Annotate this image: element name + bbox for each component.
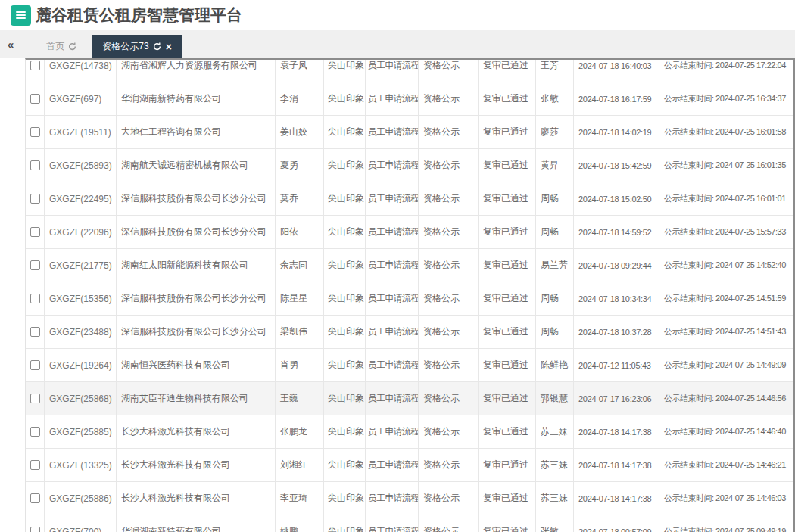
cell-applicant: 余志同: [276, 249, 324, 282]
row-checkbox-cell: [26, 249, 45, 282]
cell-process-type: 员工申请流程: [366, 58, 419, 82]
tab-bar: « 首页 资格公示73 ×: [0, 30, 795, 58]
cell-applicant: 夏勇: [276, 149, 324, 182]
row-checkbox[interactable]: [30, 493, 40, 503]
tab-qualification-label: 资格公示73: [102, 40, 148, 53]
cell-status: 资格公示: [419, 82, 479, 115]
cell-end-time: 公示结束时间: 2024-07-25 16:34:37: [659, 82, 795, 115]
row-checkbox[interactable]: [30, 260, 40, 270]
table-rows: GXGZF(14738) 湖南省湘辉人力资源服务有限公司 袁子凤 尖山印象 员工…: [26, 58, 795, 532]
hamburger-menu-button[interactable]: [11, 5, 31, 26]
cell-record-id: GXGZF(15356): [45, 282, 117, 315]
row-checkbox-cell: [26, 515, 45, 532]
cell-applicant: 刘湘红: [276, 449, 324, 481]
cell-record-id: GXGZF(19264): [45, 349, 117, 381]
cell-process-type: 员工申请流程: [366, 282, 419, 315]
close-tab-icon[interactable]: ×: [166, 42, 172, 52]
tab-qualification-publicity[interactable]: 资格公示73 ×: [92, 35, 182, 58]
row-checkbox[interactable]: [30, 94, 40, 104]
row-checkbox[interactable]: [30, 360, 40, 370]
cell-apply-time: 2024-07-12 11:05:43: [574, 349, 659, 381]
row-checkbox[interactable]: [30, 61, 40, 70]
cell-project: 尖山印象: [324, 382, 366, 415]
cell-process-type: 员工申请流程: [366, 249, 419, 282]
cell-reviewer: 易兰芳: [536, 249, 574, 282]
row-checkbox-cell: [26, 415, 45, 448]
table-row[interactable]: GXGZF(22495) 深信服科技股份有限公司长沙分公司 莫乔 尖山印象 员工…: [26, 182, 795, 216]
row-checkbox[interactable]: [30, 294, 40, 303]
table-row[interactable]: GXGZF(25886) 长沙大科激光科技有限公司 李亚琦 尖山印象 员工申请流…: [26, 482, 795, 515]
cell-company-name: 湖南航天诚远精密机械有限公司: [117, 149, 276, 182]
tab-home[interactable]: 首页: [36, 35, 86, 58]
table-row[interactable]: GXGZF(25893) 湖南航天诚远精密机械有限公司 夏勇 尖山印象 员工申请…: [26, 149, 795, 182]
cell-applicant: 张鹏龙: [276, 415, 324, 448]
cell-record-id: GXGZF(14738): [45, 58, 117, 82]
cell-review-result: 复审已通过: [479, 316, 536, 348]
cell-apply-time: 2024-07-18 09:29:44: [574, 249, 659, 282]
table-row[interactable]: GXGZF(15356) 深信服科技股份有限公司长沙分公司 陈星星 尖山印象 员…: [26, 282, 795, 316]
table-row[interactable]: GXGZF(697) 华润湖南新特药有限公司 李涓 尖山印象 员工申请流程 资格…: [26, 82, 795, 116]
cell-status: 资格公示: [419, 58, 479, 82]
row-checkbox[interactable]: [30, 527, 40, 532]
hamburger-icon: [16, 17, 26, 19]
cell-project: 尖山印象: [324, 349, 366, 381]
cell-status: 资格公示: [419, 515, 479, 532]
table-row[interactable]: GXGZF(13325) 长沙大科激光科技有限公司 刘湘红 尖山印象 员工申请流…: [26, 449, 795, 482]
cell-reviewer: 周畅: [536, 316, 574, 348]
table-row[interactable]: GXGZF(19511) 大地仁工程咨询有限公司 姜山姣 尖山印象 员工申请流程…: [26, 116, 795, 149]
row-checkbox[interactable]: [30, 460, 40, 470]
cell-record-id: GXGZF(25886): [45, 482, 117, 515]
cell-apply-time: 2024-07-18 14:17:38: [574, 449, 659, 481]
cell-process-type: 员工申请流程: [366, 316, 419, 348]
cell-project: 尖山印象: [324, 216, 366, 248]
cell-review-result: 复审已通过: [479, 282, 536, 315]
table-row[interactable]: GXGZF(19264) 湖南恒兴医药科技有限公司 肖勇 尖山印象 员工申请流程…: [26, 349, 795, 382]
refresh-icon[interactable]: [68, 42, 76, 51]
cell-apply-time: 2024-07-18 10:34:34: [574, 282, 659, 315]
cell-process-type: 员工申请流程: [366, 415, 419, 448]
cell-process-type: 员工申请流程: [366, 116, 419, 148]
cell-project: 尖山印象: [324, 316, 366, 348]
cell-reviewer: 陈鲜艳: [536, 349, 574, 381]
cell-apply-time: 2024-07-18 14:59:52: [574, 216, 659, 248]
cell-end-time: 公示结束时间: 2024-07-25 09:49:19: [659, 515, 795, 532]
cell-company-name: 大地仁工程咨询有限公司: [117, 116, 276, 148]
table-row[interactable]: GXGZF(25885) 长沙大科激光科技有限公司 张鹏龙 尖山印象 员工申请流…: [26, 415, 795, 449]
row-checkbox[interactable]: [30, 427, 40, 437]
row-checkbox[interactable]: [30, 160, 40, 170]
cell-company-name: 深信服科技股份有限公司长沙分公司: [117, 216, 276, 248]
row-checkbox[interactable]: [30, 227, 40, 237]
cell-end-time: 公示结束时间: 2024-07-25 14:52:40: [659, 249, 795, 282]
cell-reviewer: 廖莎: [536, 116, 574, 148]
row-checkbox-cell: [26, 482, 45, 515]
table-row[interactable]: GXGZF(25868) 湖南艾臣菲迪生物科技有限公司 王巍 尖山印象 员工申请…: [26, 382, 795, 415]
collapse-tabs-icon[interactable]: «: [8, 39, 12, 50]
refresh-icon[interactable]: [153, 42, 161, 51]
cell-review-result: 复审已通过: [479, 58, 536, 82]
cell-review-result: 复审已通过: [479, 415, 536, 448]
table-row[interactable]: GXGZF(21775) 湖南红太阳新能源科技有限公司 余志同 尖山印象 员工申…: [26, 249, 795, 282]
cell-status: 资格公示: [419, 415, 479, 448]
table-row[interactable]: GXGZF(23488) 深信服科技股份有限公司长沙分公司 梁凯伟 尖山印象 员…: [26, 316, 795, 349]
cell-record-id: GXGZF(22096): [45, 216, 117, 248]
cell-applicant: 莫乔: [276, 182, 324, 215]
cell-status: 资格公示: [419, 349, 479, 381]
cell-applicant: 李涓: [276, 82, 324, 115]
cell-status: 资格公示: [419, 249, 479, 282]
cell-reviewer: 周畅: [536, 282, 574, 315]
cell-company-name: 湖南恒兴医药科技有限公司: [117, 349, 276, 381]
table-row[interactable]: GXGZF(700) 华润湖南新特药有限公司 姚鹏 尖山印象 员工申请流程 资格…: [26, 515, 795, 532]
row-checkbox[interactable]: [30, 127, 40, 137]
cell-reviewer: 张敏: [536, 82, 574, 115]
cell-project: 尖山印象: [324, 482, 366, 515]
cell-end-time: 公示结束时间: 2024-07-25 14:46:40: [659, 415, 795, 448]
cell-end-time: 公示结束时间: 2024-07-25 14:46:21: [659, 449, 795, 481]
row-checkbox[interactable]: [30, 327, 40, 337]
row-checkbox[interactable]: [30, 194, 40, 204]
row-checkbox[interactable]: [30, 394, 40, 403]
cell-project: 尖山印象: [324, 58, 366, 82]
cell-end-time: 公示结束时间: 2024-07-25 16:01:58: [659, 116, 795, 148]
table-row[interactable]: GXGZF(14738) 湖南省湘辉人力资源服务有限公司 袁子凤 尖山印象 员工…: [26, 58, 795, 82]
cell-apply-time: 2024-07-18 15:42:59: [574, 149, 659, 182]
table-row[interactable]: GXGZF(22096) 深信服科技股份有限公司长沙分公司 阳依 尖山印象 员工…: [26, 216, 795, 249]
